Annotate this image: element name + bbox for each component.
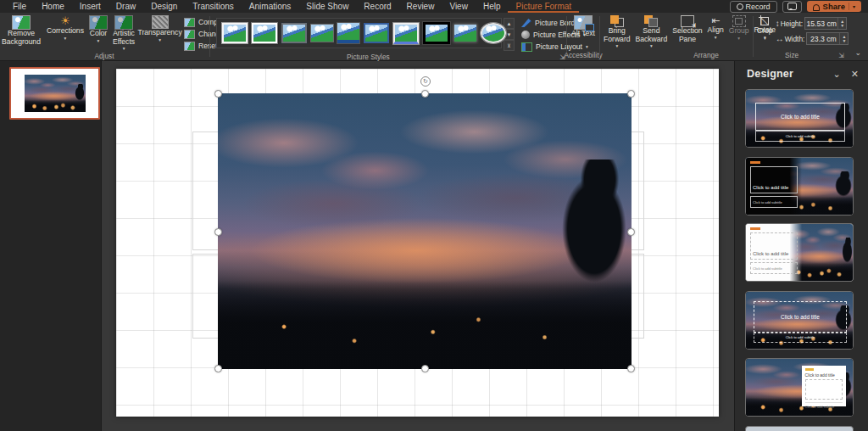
designer-pane: Designer ⌄ ✕ Click to add title Click to…: [734, 61, 868, 431]
design-1-title-box: Click to add title: [755, 103, 844, 131]
menu-file[interactable]: File: [5, 1, 34, 12]
menu-design[interactable]: Design: [143, 1, 185, 12]
menu-slide-show[interactable]: Slide Show: [298, 1, 356, 12]
chevron-down-icon: ▾: [97, 39, 100, 44]
remove-background-icon: [12, 15, 31, 30]
group-label-adjust: Adjust: [94, 52, 114, 60]
picture-style-option[interactable]: [337, 23, 359, 43]
accent-bar: [805, 368, 814, 371]
tab-picture-format[interactable]: Picture Format: [508, 1, 579, 13]
resize-handle-nw[interactable]: [214, 90, 222, 98]
menu-insert[interactable]: Insert: [72, 1, 108, 12]
width-stepper[interactable]: ▲▼: [839, 33, 848, 44]
artistic-effects-button[interactable]: Artistic Effects ▾: [110, 14, 137, 52]
design-suggestion-3[interactable]: Click to add title Click to add subtitle: [745, 223, 854, 282]
resize-handle-sw[interactable]: [214, 365, 222, 372]
record-button[interactable]: Record: [730, 1, 777, 13]
transparency-button[interactable]: Transparency ▾: [137, 14, 182, 42]
menu-view[interactable]: View: [442, 1, 476, 12]
slide[interactable]: ↻: [116, 69, 719, 417]
design-suggestion-2[interactable]: Click to add title Click to add subtitle: [745, 157, 854, 216]
selection-pane-icon: [681, 15, 694, 27]
gallery-up-button[interactable]: ▲: [504, 18, 515, 29]
group-button[interactable]: Group ▾: [726, 14, 752, 41]
designer-close-icon[interactable]: ✕: [851, 70, 859, 79]
menu-home[interactable]: Home: [34, 1, 72, 12]
design-suggestion-4[interactable]: Click to add title Click to add subtitle: [745, 291, 854, 350]
resize-handle-s[interactable]: [421, 365, 429, 372]
group-accessibility: Alt Text Accessibility: [568, 13, 598, 60]
corrections-sun-icon: ☀: [60, 15, 70, 27]
comments-button[interactable]: [782, 1, 802, 13]
share-button[interactable]: Share ▾: [807, 1, 861, 12]
resize-handle-se[interactable]: [627, 365, 635, 372]
ribbon: Remove Background ☀ Corrections ▾ Color …: [0, 13, 868, 61]
group-label-accessibility: Accessibility: [564, 51, 602, 59]
align-button[interactable]: ⇤ Align ▾: [705, 14, 726, 40]
resize-handle-w[interactable]: [214, 228, 222, 236]
editing-canvas: ↻: [102, 61, 734, 431]
design-1-subtitle-box: Click to add subtitle: [755, 131, 844, 142]
menu-record[interactable]: Record: [356, 1, 398, 12]
picture-style-option[interactable]: [364, 23, 389, 43]
color-button[interactable]: Color ▾: [86, 14, 110, 43]
corrections-button[interactable]: ☀ Corrections ▾: [44, 14, 86, 41]
crop-icon: [759, 15, 771, 27]
crop-button[interactable]: Crop ▾: [754, 14, 776, 41]
remove-background-button[interactable]: Remove Background: [0, 14, 42, 46]
picture-style-option[interactable]: [423, 22, 450, 44]
chevron-down-icon: ▾: [737, 36, 740, 42]
menu-transitions[interactable]: Transitions: [185, 1, 242, 12]
selected-picture[interactable]: ↻: [218, 93, 632, 369]
menu-review[interactable]: Review: [399, 1, 442, 12]
resize-handle-e[interactable]: [627, 228, 635, 236]
width-value[interactable]: 23.3 cm: [807, 35, 839, 43]
picture-style-option[interactable]: [481, 23, 506, 43]
alt-text-icon: [574, 15, 593, 30]
designer-collapse-chevron-icon[interactable]: ⌄: [833, 70, 841, 79]
height-icon: ↕: [776, 19, 780, 28]
menu-help[interactable]: Help: [476, 1, 509, 12]
menu-items: File Home Insert Draw Design Transitions…: [0, 1, 579, 13]
alt-text-button[interactable]: Alt Text: [568, 14, 598, 38]
slide-1-thumbnail-photo: [25, 75, 86, 112]
picture-style-option[interactable]: [454, 25, 476, 42]
chevron-down-icon: ▾: [650, 44, 653, 49]
gallery-more-button[interactable]: ⊻: [504, 40, 515, 51]
width-field[interactable]: 23.3 cm ▲▼: [806, 32, 849, 45]
picture-style-option[interactable]: [281, 23, 307, 43]
group-picture-styles: ▲ ▼ ⊻ Picture Border ▾ Picture Effects ▾: [211, 13, 565, 60]
slide-thumbnail-panel: [0, 61, 102, 431]
height-label: Height:: [781, 20, 804, 28]
record-label: Record: [746, 3, 771, 11]
sunset-photo: [218, 93, 632, 369]
group-adjust: Remove Background ☀ Corrections ▾ Color …: [0, 13, 209, 60]
picture-style-option[interactable]: [222, 23, 248, 43]
picture-style-option[interactable]: [393, 23, 419, 44]
height-value[interactable]: 15.53 cm: [805, 20, 837, 28]
picture-style-option[interactable]: [252, 23, 277, 43]
chevron-down-icon: ▾: [64, 36, 67, 42]
design-suggestion-6[interactable]: [745, 426, 854, 431]
design-suggestion-1[interactable]: Click to add title Click to add subtitle: [745, 89, 854, 148]
size-dialog-launcher-icon[interactable]: ⇲: [838, 52, 844, 59]
menu-draw[interactable]: Draw: [108, 1, 143, 12]
group-label-picture-styles: Picture Styles: [347, 53, 390, 61]
picture-layout-icon: [521, 42, 532, 52]
resize-handle-n[interactable]: [421, 90, 429, 98]
selection-pane-button[interactable]: Selection Pane: [670, 14, 704, 43]
height-stepper[interactable]: ▲▼: [837, 18, 846, 29]
group-label-arrange: Arrange: [693, 51, 719, 59]
send-backward-button[interactable]: Send Backward ▾: [633, 14, 670, 49]
chevron-down-icon: ▾: [159, 38, 161, 43]
menu-animations[interactable]: Animations: [242, 1, 298, 12]
bring-forward-button[interactable]: Bring Forward ▾: [601, 14, 633, 49]
resize-handle-ne[interactable]: [627, 90, 635, 98]
designer-title: Designer: [747, 68, 793, 80]
design-suggestion-5[interactable]: Click to add title Click to add subtitle: [745, 358, 854, 417]
slide-1-thumbnail[interactable]: [9, 67, 100, 120]
rotation-handle[interactable]: ↻: [420, 76, 431, 87]
collapse-ribbon-icon[interactable]: ⌄: [854, 48, 861, 57]
height-field[interactable]: 15.53 cm ▲▼: [804, 17, 847, 30]
picture-style-option[interactable]: [311, 25, 333, 42]
